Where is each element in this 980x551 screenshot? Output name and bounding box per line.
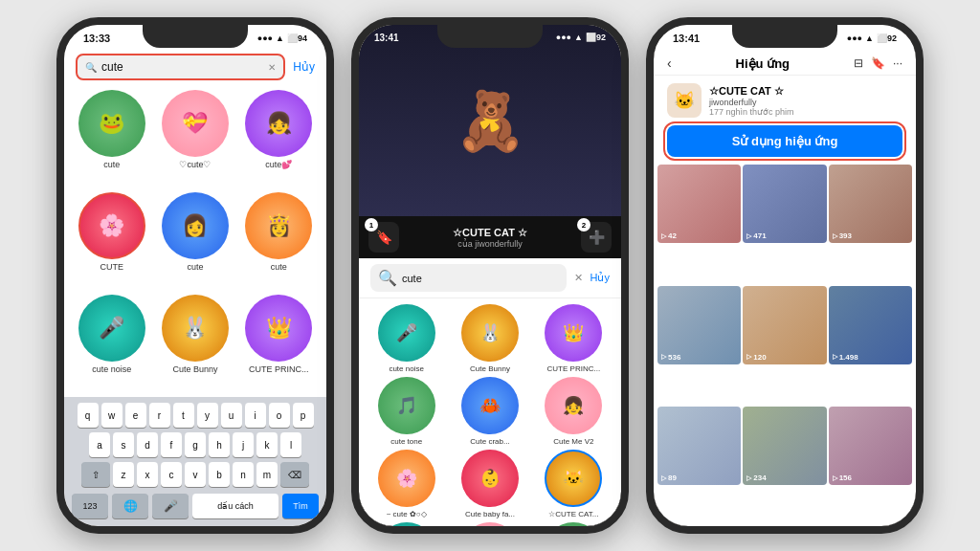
video-cell[interactable]: ▷393 [829, 165, 912, 243]
key-q[interactable]: q [78, 403, 99, 428]
list-item[interactable]: 🐸 cute [72, 90, 151, 188]
list-item[interactable]: 👧 cute💕 [239, 90, 319, 188]
list-item[interactable]: 👶 Cute baby fa... [450, 450, 529, 518]
filter-thumb: 🐰 [162, 295, 229, 362]
video-count: ▷156 [833, 474, 852, 482]
key-search[interactable]: Tìm [282, 494, 319, 518]
key-x[interactable]: x [137, 462, 158, 487]
filter-thumb: 👧 [245, 90, 312, 157]
key-g[interactable]: g [185, 432, 206, 457]
filter-thumb: 🎁 [378, 522, 435, 526]
key-u[interactable]: u [221, 403, 242, 428]
key-j[interactable]: j [233, 432, 254, 457]
status-icons-1: ●●● ▲ ⬜94 [257, 33, 307, 43]
header-3: ‹ Hiệu ứng ⊟ 🔖 ··· [654, 48, 916, 76]
key-r[interactable]: r [149, 403, 170, 428]
key-d[interactable]: d [137, 432, 158, 457]
list-item[interactable]: 🐰 Cute Bunny [450, 304, 529, 373]
status-icons-2: ●●● ▲ ⬜92 [556, 33, 606, 43]
video-cell[interactable]: ▷120 [743, 286, 826, 364]
key-e[interactable]: e [125, 403, 146, 428]
clear-icon-2[interactable]: ✕ [574, 272, 583, 284]
play-icon: ▷ [661, 353, 666, 361]
search-icon-1: 🔍 [85, 62, 97, 73]
list-item[interactable]: 💝 ♡cute♡ [155, 90, 234, 188]
key-f[interactable]: f [161, 432, 182, 457]
list-item[interactable]: 👑 CUTE PRINC... [239, 295, 319, 393]
phone2-search-area: 🔍 cute ✕ Hủy 🎤 cute noise 🐰 Cute Bunny 👑 [359, 258, 621, 526]
key-v[interactable]: v [185, 462, 206, 487]
list-item[interactable]: 👩 cute [155, 192, 234, 291]
list-item[interactable]: 🎁 !} cute pack [367, 522, 446, 526]
key-z[interactable]: z [113, 462, 134, 487]
key-o[interactable]: o [269, 403, 290, 428]
list-item[interactable]: 🦀 Cute crab... [450, 377, 529, 446]
list-item[interactable]: 🎤 cute noise [367, 304, 446, 373]
list-item[interactable]: 🐰 Cute Bunny [155, 295, 234, 393]
filter-icon[interactable]: ⊟ [854, 56, 863, 70]
search-text-2[interactable]: cute [402, 273, 422, 284]
key-a[interactable]: a [89, 432, 110, 457]
search-icon-2: 🔍 [378, 269, 397, 287]
search-input-wrap-1[interactable]: 🔍 cute ✕ [76, 54, 285, 80]
list-item[interactable]: 💕 heart cute 💕 [450, 522, 529, 526]
video-cell[interactable]: ▷536 [657, 286, 741, 364]
filter-by: của jiwonderfully [405, 239, 575, 249]
wifi-icon: ▲ [276, 33, 284, 43]
battery-2: ⬜92 [586, 33, 606, 43]
key-c[interactable]: c [161, 462, 182, 487]
back-button[interactable]: ‹ [667, 55, 672, 71]
list-item[interactable]: 👸 cute [239, 192, 319, 291]
key-123[interactable]: 123 [72, 494, 108, 518]
phone-3: 13:41 ●●● ▲ ⬜92 ‹ Hiệu ứng ⊟ 🔖 ··· 🐱 ☆CU… [646, 17, 924, 534]
video-count: ▷234 [746, 474, 766, 482]
search-value-1[interactable]: cute [101, 60, 263, 74]
key-w[interactable]: w [101, 403, 122, 428]
more-icon[interactable]: ··· [893, 56, 902, 70]
play-icon: ▷ [746, 353, 751, 361]
key-i[interactable]: i [245, 403, 266, 428]
video-cell[interactable]: ▷89 [657, 407, 741, 485]
video-cell[interactable]: ▷471 [743, 165, 826, 243]
bookmark-header-icon[interactable]: 🔖 [871, 56, 885, 70]
video-cell[interactable]: ▷234 [743, 407, 826, 485]
add-filter-button[interactable]: ➕ 2 [581, 222, 612, 253]
key-delete[interactable]: ⌫ [280, 462, 309, 487]
key-p[interactable]: p [293, 403, 314, 428]
key-s[interactable]: s [113, 432, 134, 457]
key-emoji[interactable]: 🌐 [112, 494, 148, 518]
clear-icon-1[interactable]: ✕ [268, 62, 276, 73]
video-count: ▷120 [746, 353, 766, 362]
video-cell[interactable]: ▷1.498 [829, 286, 912, 364]
key-space[interactable]: dấu cách [192, 494, 278, 518]
key-n[interactable]: n [233, 462, 254, 487]
key-b[interactable]: b [209, 462, 230, 487]
key-k[interactable]: k [256, 432, 278, 457]
list-item[interactable]: 🌷 So cute 🌷 [534, 522, 613, 526]
key-y[interactable]: y [197, 403, 218, 428]
search-bar-2: 🔍 cute ✕ Hủy [359, 258, 621, 298]
list-item[interactable]: 🎵 cute tone [367, 377, 446, 446]
use-effect-button[interactable]: Sử dụng hiệu ứng [667, 125, 902, 157]
list-item[interactable]: 🎤 cute noise [72, 295, 151, 393]
key-t[interactable]: t [173, 403, 194, 428]
keyboard-row-3: ⇧ z x c v b n m ⌫ [68, 462, 323, 487]
key-mic[interactable]: 🎤 [152, 494, 189, 518]
video-cell[interactable]: ▷42 [657, 165, 741, 243]
list-item[interactable]: 👑 CUTE PRINC... [534, 304, 613, 373]
cancel-button-1[interactable]: Hủy [293, 60, 315, 74]
list-item[interactable]: 🐱 ☆CUTE CAT... [534, 450, 613, 518]
list-item[interactable]: 🌸 ~ cute ✿○◇ [367, 450, 446, 518]
key-shift[interactable]: ⇧ [81, 462, 110, 487]
bookmark-button[interactable]: 🔖 1 [368, 222, 399, 253]
list-item[interactable]: 🌸 CUTE [72, 192, 151, 291]
cancel-button-2[interactable]: Hủy [590, 272, 610, 284]
key-h[interactable]: h [209, 432, 230, 457]
author-handle: jiwonderfully [709, 98, 794, 107]
wifi-2: ▲ [574, 33, 583, 43]
video-cell[interactable]: ▷156 [829, 407, 912, 485]
list-item[interactable]: 👧 Cute Me V2 [534, 377, 613, 446]
key-l[interactable]: l [280, 432, 301, 457]
key-m[interactable]: m [256, 462, 278, 487]
search-input-2[interactable]: 🔍 cute [370, 264, 567, 292]
